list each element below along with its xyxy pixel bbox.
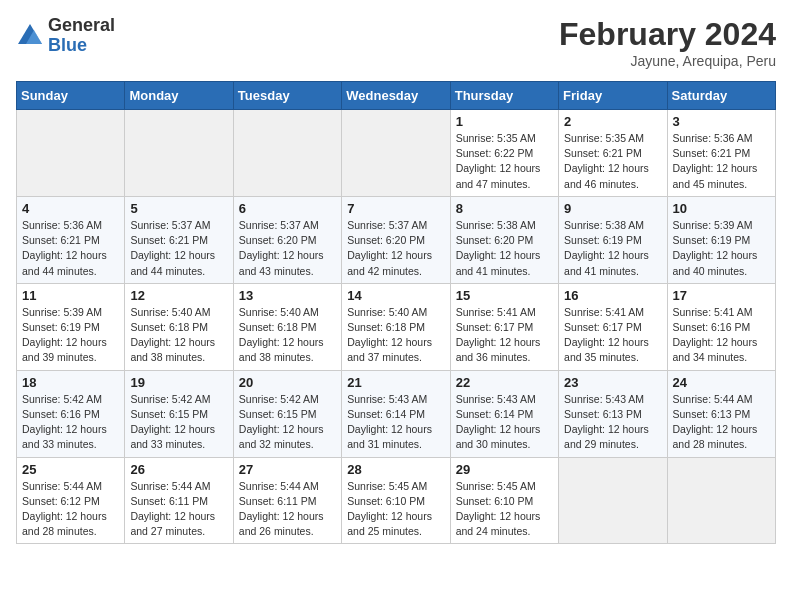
day-cell: 28Sunrise: 5:45 AMSunset: 6:10 PMDayligh… [342, 457, 450, 544]
day-number: 6 [239, 201, 336, 216]
calendar-header: SundayMondayTuesdayWednesdayThursdayFrid… [17, 82, 776, 110]
header: General Blue February 2024 Jayune, Arequ… [16, 16, 776, 69]
day-info: Sunrise: 5:39 AMSunset: 6:19 PMDaylight:… [22, 305, 119, 366]
day-info: Sunrise: 5:40 AMSunset: 6:18 PMDaylight:… [347, 305, 444, 366]
day-info: Sunrise: 5:44 AMSunset: 6:11 PMDaylight:… [130, 479, 227, 540]
day-cell: 27Sunrise: 5:44 AMSunset: 6:11 PMDayligh… [233, 457, 341, 544]
day-cell: 20Sunrise: 5:42 AMSunset: 6:15 PMDayligh… [233, 370, 341, 457]
day-header-monday: Monday [125, 82, 233, 110]
day-cell: 22Sunrise: 5:43 AMSunset: 6:14 PMDayligh… [450, 370, 558, 457]
day-info: Sunrise: 5:44 AMSunset: 6:12 PMDaylight:… [22, 479, 119, 540]
day-number: 28 [347, 462, 444, 477]
day-number: 7 [347, 201, 444, 216]
week-row-4: 18Sunrise: 5:42 AMSunset: 6:16 PMDayligh… [17, 370, 776, 457]
day-info: Sunrise: 5:39 AMSunset: 6:19 PMDaylight:… [673, 218, 770, 279]
logo-blue-text: Blue [48, 36, 115, 56]
day-info: Sunrise: 5:43 AMSunset: 6:13 PMDaylight:… [564, 392, 661, 453]
day-info: Sunrise: 5:44 AMSunset: 6:11 PMDaylight:… [239, 479, 336, 540]
day-cell: 8Sunrise: 5:38 AMSunset: 6:20 PMDaylight… [450, 196, 558, 283]
day-info: Sunrise: 5:40 AMSunset: 6:18 PMDaylight:… [130, 305, 227, 366]
day-cell: 21Sunrise: 5:43 AMSunset: 6:14 PMDayligh… [342, 370, 450, 457]
day-info: Sunrise: 5:37 AMSunset: 6:20 PMDaylight:… [347, 218, 444, 279]
day-cell [667, 457, 775, 544]
day-number: 3 [673, 114, 770, 129]
day-header-saturday: Saturday [667, 82, 775, 110]
day-cell: 5Sunrise: 5:37 AMSunset: 6:21 PMDaylight… [125, 196, 233, 283]
day-number: 9 [564, 201, 661, 216]
day-cell: 13Sunrise: 5:40 AMSunset: 6:18 PMDayligh… [233, 283, 341, 370]
day-info: Sunrise: 5:38 AMSunset: 6:19 PMDaylight:… [564, 218, 661, 279]
day-number: 23 [564, 375, 661, 390]
day-header-tuesday: Tuesday [233, 82, 341, 110]
day-header-wednesday: Wednesday [342, 82, 450, 110]
day-header-sunday: Sunday [17, 82, 125, 110]
week-row-1: 1Sunrise: 5:35 AMSunset: 6:22 PMDaylight… [17, 110, 776, 197]
day-cell: 9Sunrise: 5:38 AMSunset: 6:19 PMDaylight… [559, 196, 667, 283]
day-info: Sunrise: 5:45 AMSunset: 6:10 PMDaylight:… [456, 479, 553, 540]
day-number: 27 [239, 462, 336, 477]
day-number: 25 [22, 462, 119, 477]
day-cell [559, 457, 667, 544]
day-number: 10 [673, 201, 770, 216]
day-info: Sunrise: 5:42 AMSunset: 6:15 PMDaylight:… [130, 392, 227, 453]
day-info: Sunrise: 5:41 AMSunset: 6:17 PMDaylight:… [456, 305, 553, 366]
day-cell [125, 110, 233, 197]
day-cell: 29Sunrise: 5:45 AMSunset: 6:10 PMDayligh… [450, 457, 558, 544]
calendar-subtitle: Jayune, Arequipa, Peru [559, 53, 776, 69]
day-number: 17 [673, 288, 770, 303]
day-number: 24 [673, 375, 770, 390]
day-number: 21 [347, 375, 444, 390]
day-number: 29 [456, 462, 553, 477]
day-number: 18 [22, 375, 119, 390]
logo-general-text: General [48, 16, 115, 36]
day-cell: 17Sunrise: 5:41 AMSunset: 6:16 PMDayligh… [667, 283, 775, 370]
day-cell [17, 110, 125, 197]
day-cell: 19Sunrise: 5:42 AMSunset: 6:15 PMDayligh… [125, 370, 233, 457]
day-cell: 6Sunrise: 5:37 AMSunset: 6:20 PMDaylight… [233, 196, 341, 283]
day-number: 22 [456, 375, 553, 390]
logo: General Blue [16, 16, 115, 56]
day-info: Sunrise: 5:44 AMSunset: 6:13 PMDaylight:… [673, 392, 770, 453]
day-info: Sunrise: 5:43 AMSunset: 6:14 PMDaylight:… [347, 392, 444, 453]
day-cell: 16Sunrise: 5:41 AMSunset: 6:17 PMDayligh… [559, 283, 667, 370]
day-cell: 14Sunrise: 5:40 AMSunset: 6:18 PMDayligh… [342, 283, 450, 370]
week-row-2: 4Sunrise: 5:36 AMSunset: 6:21 PMDaylight… [17, 196, 776, 283]
day-cell: 12Sunrise: 5:40 AMSunset: 6:18 PMDayligh… [125, 283, 233, 370]
day-info: Sunrise: 5:37 AMSunset: 6:20 PMDaylight:… [239, 218, 336, 279]
day-number: 1 [456, 114, 553, 129]
day-cell: 25Sunrise: 5:44 AMSunset: 6:12 PMDayligh… [17, 457, 125, 544]
day-number: 11 [22, 288, 119, 303]
day-cell: 23Sunrise: 5:43 AMSunset: 6:13 PMDayligh… [559, 370, 667, 457]
day-number: 26 [130, 462, 227, 477]
days-of-week-row: SundayMondayTuesdayWednesdayThursdayFrid… [17, 82, 776, 110]
day-info: Sunrise: 5:43 AMSunset: 6:14 PMDaylight:… [456, 392, 553, 453]
day-cell: 2Sunrise: 5:35 AMSunset: 6:21 PMDaylight… [559, 110, 667, 197]
day-header-friday: Friday [559, 82, 667, 110]
day-info: Sunrise: 5:41 AMSunset: 6:17 PMDaylight:… [564, 305, 661, 366]
calendar-title: February 2024 [559, 16, 776, 53]
day-info: Sunrise: 5:42 AMSunset: 6:16 PMDaylight:… [22, 392, 119, 453]
week-row-5: 25Sunrise: 5:44 AMSunset: 6:12 PMDayligh… [17, 457, 776, 544]
calendar-body: 1Sunrise: 5:35 AMSunset: 6:22 PMDaylight… [17, 110, 776, 544]
day-number: 4 [22, 201, 119, 216]
logo-text: General Blue [48, 16, 115, 56]
day-cell [233, 110, 341, 197]
day-cell: 26Sunrise: 5:44 AMSunset: 6:11 PMDayligh… [125, 457, 233, 544]
day-cell: 7Sunrise: 5:37 AMSunset: 6:20 PMDaylight… [342, 196, 450, 283]
day-info: Sunrise: 5:35 AMSunset: 6:21 PMDaylight:… [564, 131, 661, 192]
day-number: 8 [456, 201, 553, 216]
title-area: February 2024 Jayune, Arequipa, Peru [559, 16, 776, 69]
week-row-3: 11Sunrise: 5:39 AMSunset: 6:19 PMDayligh… [17, 283, 776, 370]
day-cell [342, 110, 450, 197]
day-cell: 1Sunrise: 5:35 AMSunset: 6:22 PMDaylight… [450, 110, 558, 197]
day-cell: 15Sunrise: 5:41 AMSunset: 6:17 PMDayligh… [450, 283, 558, 370]
day-number: 16 [564, 288, 661, 303]
day-cell: 24Sunrise: 5:44 AMSunset: 6:13 PMDayligh… [667, 370, 775, 457]
day-cell: 11Sunrise: 5:39 AMSunset: 6:19 PMDayligh… [17, 283, 125, 370]
day-info: Sunrise: 5:35 AMSunset: 6:22 PMDaylight:… [456, 131, 553, 192]
day-cell: 18Sunrise: 5:42 AMSunset: 6:16 PMDayligh… [17, 370, 125, 457]
day-info: Sunrise: 5:36 AMSunset: 6:21 PMDaylight:… [673, 131, 770, 192]
day-info: Sunrise: 5:42 AMSunset: 6:15 PMDaylight:… [239, 392, 336, 453]
calendar-table: SundayMondayTuesdayWednesdayThursdayFrid… [16, 81, 776, 544]
day-number: 5 [130, 201, 227, 216]
